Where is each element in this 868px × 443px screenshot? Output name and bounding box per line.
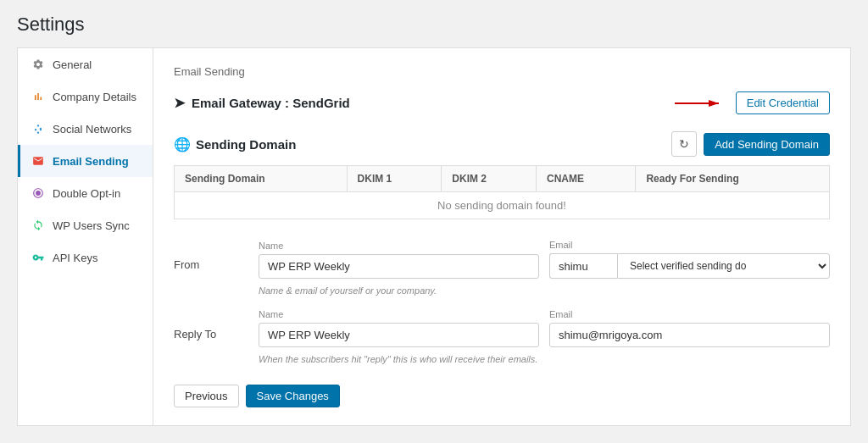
sidebar-item-general[interactable]: General xyxy=(18,48,153,80)
from-fields: Name Email Select verified sending do xyxy=(259,240,830,296)
network-icon xyxy=(31,121,46,136)
from-email-input[interactable] xyxy=(549,253,617,279)
arrow-indicator xyxy=(675,95,726,112)
from-email-select[interactable]: Select verified sending do xyxy=(617,253,830,279)
globe-icon: 🌐 xyxy=(174,136,191,152)
sidebar-item-company-details[interactable]: Company Details xyxy=(18,80,153,113)
reply-to-label: Reply To xyxy=(174,309,242,341)
col-cname: CNAME xyxy=(537,166,636,192)
sidebar-item-wp-users-sync[interactable]: WP Users Sync xyxy=(18,209,153,241)
col-ready: Ready For Sending xyxy=(636,166,830,192)
sync-icon xyxy=(31,218,46,233)
domain-actions: ↻ Add Sending Domain xyxy=(671,131,830,157)
gateway-actions: Edit Credential xyxy=(675,91,830,114)
page-title: Settings xyxy=(17,14,851,36)
sending-domain-section: 🌐 Sending Domain ↻ Add Sending Domain Se… xyxy=(174,131,830,219)
sidebar-item-label: API Keys xyxy=(53,252,97,264)
sidebar-item-social-networks[interactable]: Social Networks xyxy=(18,113,153,145)
col-dkim2: DKIM 2 xyxy=(442,166,537,192)
gateway-title: Email Gateway : SendGrid xyxy=(192,96,350,110)
previous-button[interactable]: Previous xyxy=(174,385,239,407)
from-email-label: Email xyxy=(549,240,830,250)
add-sending-domain-button[interactable]: Add Sending Domain xyxy=(704,133,830,156)
reply-to-inputs-row: Name Email xyxy=(259,309,830,347)
reply-to-name-group: Name xyxy=(259,309,539,347)
reply-to-email-input[interactable] xyxy=(549,323,830,347)
from-label: From xyxy=(174,240,242,271)
edit-credential-button[interactable]: Edit Credential xyxy=(736,91,830,114)
main-content: Email Sending ➤ Email Gateway : SendGrid xyxy=(153,47,851,426)
sidebar-item-label: Social Networks xyxy=(53,123,131,136)
domain-table: Sending Domain DKIM 1 DKIM 2 CNAME Ready… xyxy=(174,165,830,219)
form-footer: Previous Save Changes xyxy=(174,385,830,407)
from-email-group: Email Select verified sending do xyxy=(549,240,830,279)
domain-title: 🌐 Sending Domain xyxy=(174,136,296,152)
email-icon xyxy=(31,153,46,169)
sidebar-item-api-keys[interactable]: API Keys xyxy=(18,241,153,274)
reply-to-hint: When the subscribers hit "reply" this is… xyxy=(259,354,830,364)
sidebar: General Company Details Social Netwo xyxy=(17,47,153,426)
from-name-input[interactable] xyxy=(259,254,539,279)
empty-message: No sending domain found! xyxy=(175,192,830,219)
reply-to-email-label: Email xyxy=(549,309,830,319)
reply-to-name-label: Name xyxy=(259,309,539,319)
from-name-label: Name xyxy=(259,241,539,251)
from-section: From Name Email Select verified xyxy=(174,240,830,296)
from-inputs-row: Name Email Select verified sending do xyxy=(259,240,830,279)
col-dkim1: DKIM 1 xyxy=(347,166,442,192)
reply-to-section: Reply To Name Email When the subscribers… xyxy=(174,309,830,364)
svg-point-0 xyxy=(36,191,41,196)
reply-to-name-input[interactable] xyxy=(259,323,539,347)
circle-icon xyxy=(31,186,46,201)
from-name-group: Name xyxy=(259,241,539,279)
key-icon xyxy=(31,250,46,265)
sidebar-item-label: Company Details xyxy=(53,91,136,103)
refresh-button[interactable]: ↻ xyxy=(671,131,697,157)
col-sending-domain: Sending Domain xyxy=(175,166,348,192)
reply-to-fields: Name Email When the subscribers hit "rep… xyxy=(259,309,830,364)
sidebar-item-label: Email Sending xyxy=(53,155,129,168)
section-title: Email Sending xyxy=(174,65,830,78)
send-icon: ➤ xyxy=(174,95,185,111)
from-hint: Name & email of yourself or your company… xyxy=(259,285,830,296)
reply-to-email-group: Email xyxy=(549,309,830,347)
gear-icon xyxy=(31,57,46,72)
gateway-row: ➤ Email Gateway : SendGrid xyxy=(174,91,830,114)
sidebar-item-double-opt-in[interactable]: Double Opt-in xyxy=(18,177,153,209)
bar-chart-icon xyxy=(31,89,46,104)
save-changes-button[interactable]: Save Changes xyxy=(246,385,340,407)
gateway-label: ➤ Email Gateway : SendGrid xyxy=(174,95,350,111)
sidebar-item-label: WP Users Sync xyxy=(53,219,130,232)
table-empty-row: No sending domain found! xyxy=(175,192,830,219)
domain-header: 🌐 Sending Domain ↻ Add Sending Domain xyxy=(174,131,830,157)
sidebar-item-label: General xyxy=(53,58,92,71)
sidebar-item-label: Double Opt-in xyxy=(53,187,120,200)
sidebar-item-email-sending[interactable]: Email Sending xyxy=(18,145,153,177)
